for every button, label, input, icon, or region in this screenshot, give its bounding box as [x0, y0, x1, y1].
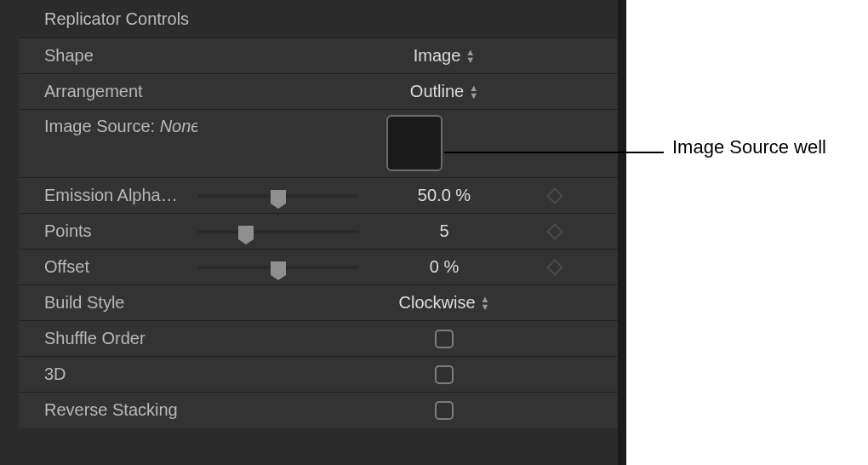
row-points: Points 5 — [19, 213, 618, 249]
row-shuffle-order: Shuffle Order — [19, 320, 618, 356]
row-build-style: Build Style Clockwise ▲▼ — [19, 284, 618, 320]
emission-value-field[interactable]: 50.0 % — [368, 186, 521, 205]
label-offset: Offset — [44, 257, 197, 277]
keyframe-icon[interactable] — [546, 259, 563, 276]
label-3d: 3D — [44, 365, 197, 384]
keyframe-icon[interactable] — [546, 223, 563, 240]
slider-thumb[interactable] — [271, 190, 286, 204]
points-value-field[interactable]: 5 — [368, 221, 521, 241]
label-shape: Shape — [44, 46, 197, 66]
shape-dropdown[interactable]: Image ▲▼ — [368, 46, 521, 66]
3d-checkbox[interactable] — [435, 365, 454, 384]
slider-thumb[interactable] — [238, 226, 254, 239]
label-points: Points — [44, 221, 197, 241]
callout-label: Image Source well — [672, 136, 826, 158]
label-build-style: Build Style — [44, 293, 197, 313]
row-emission-alpha: Emission Alpha… 50.0 % — [19, 177, 618, 213]
label-reverse: Reverse Stacking — [44, 400, 197, 420]
section-title: Replicator Controls — [44, 9, 189, 29]
label-emission: Emission Alpha… — [44, 186, 197, 205]
row-arrangement: Arrangement Outline ▲▼ — [19, 73, 618, 109]
row-offset: Offset 0 % — [19, 249, 618, 284]
stepper-icon: ▲▼ — [465, 49, 475, 63]
emission-slider[interactable] — [197, 187, 359, 204]
inspector-panel: Replicator Controls Shape Image ▲▼ Arran… — [0, 0, 618, 465]
row-3d: 3D — [19, 356, 618, 392]
callout-line — [444, 152, 664, 153]
label-arrangement: Arrangement — [44, 82, 197, 101]
shuffle-checkbox[interactable] — [435, 330, 454, 348]
arrangement-dropdown[interactable]: Outline ▲▼ — [368, 82, 521, 101]
slider-thumb[interactable] — [271, 261, 286, 275]
panel-scroll-edge — [618, 0, 626, 465]
build-style-dropdown[interactable]: Clockwise ▲▼ — [368, 293, 521, 313]
shape-value: Image — [414, 46, 461, 66]
build-style-value: Clockwise — [399, 293, 476, 313]
emission-value: 50.0 % — [418, 186, 471, 205]
arrangement-value: Outline — [410, 82, 464, 101]
reverse-stacking-checkbox[interactable] — [435, 401, 454, 420]
section-header: Replicator Controls — [0, 0, 618, 37]
keyframe-icon[interactable] — [546, 187, 563, 204]
offset-value: 0 % — [430, 257, 459, 277]
label-image-source: Image Source: None — [44, 117, 197, 136]
image-source-value: None — [160, 117, 197, 135]
points-value: 5 — [439, 221, 448, 241]
stepper-icon: ▲▼ — [469, 84, 478, 99]
offset-slider[interactable] — [197, 259, 359, 276]
stepper-icon: ▲▼ — [481, 296, 490, 310]
offset-value-field[interactable]: 0 % — [368, 257, 521, 277]
points-slider[interactable] — [197, 223, 359, 240]
row-reverse-stacking: Reverse Stacking — [19, 392, 618, 428]
row-shape: Shape Image ▲▼ — [19, 37, 618, 73]
image-source-well[interactable] — [386, 115, 443, 171]
label-shuffle: Shuffle Order — [44, 329, 197, 348]
row-image-source: Image Source: None — [19, 109, 618, 177]
